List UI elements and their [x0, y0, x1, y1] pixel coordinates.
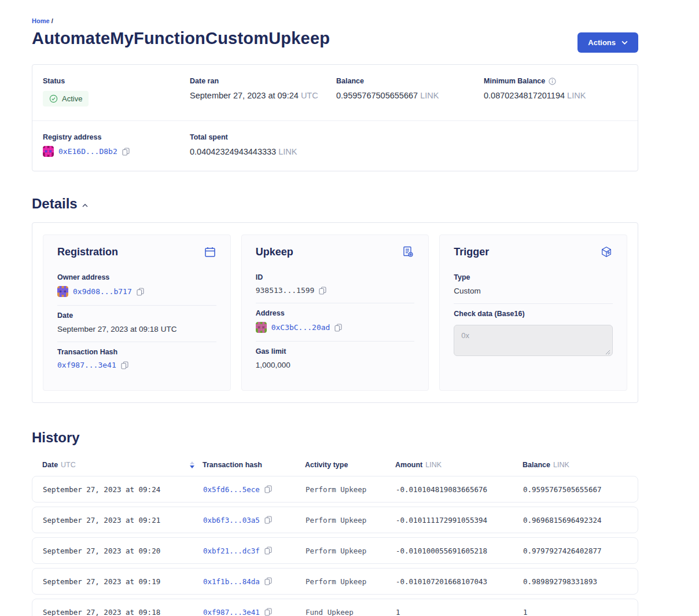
row-amount: 1	[396, 608, 523, 616]
copy-icon[interactable]	[122, 148, 130, 156]
sort-arrows-icon	[190, 461, 194, 468]
upkeep-card: Upkeep ID 938513...1599 Address 0xC3bC..…	[241, 234, 429, 391]
copy-icon[interactable]	[264, 485, 272, 493]
trigger-title: Trigger	[454, 246, 489, 258]
date-ran-value: September 27, 2023 at 09:24	[190, 91, 299, 100]
registry-label: Registry address	[43, 133, 190, 141]
details-container: Registration Owner address 0x9d08...b717…	[32, 222, 638, 403]
summary-date-ran: Date ran September 27, 2023 at 09:24 UTC	[190, 77, 336, 107]
info-icon[interactable]	[549, 78, 556, 85]
balance-value: 0.9595767505655667	[336, 91, 418, 100]
copy-icon[interactable]	[264, 608, 272, 616]
column-date-unit: UTC	[61, 461, 76, 469]
row-activity-type: Perform Upkeep	[306, 577, 396, 586]
copy-icon[interactable]	[264, 547, 272, 555]
copy-icon[interactable]	[319, 287, 326, 295]
row-amount: -0.010107201668107043	[396, 577, 523, 586]
table-row: September 27, 2023 at 09:18 0xf987...3e4…	[32, 599, 638, 616]
copy-icon[interactable]	[121, 361, 128, 369]
owner-address-group: Owner address 0x9d08...b717	[57, 267, 216, 305]
min-balance-label: Minimum Balance	[484, 77, 545, 85]
row-activity-type: Fund Upkeep	[306, 608, 396, 616]
row-balance: 1	[523, 608, 638, 616]
status-label: Status	[43, 77, 190, 85]
transaction-hash-group: Transaction Hash 0xf987...3e41	[57, 342, 216, 377]
trigger-card: Trigger Type Custom Check data (Base16)	[439, 234, 627, 391]
upkeep-identicon	[256, 322, 267, 333]
registration-date-value: September 27, 2023 at 09:18 UTC	[57, 325, 216, 333]
upkeep-id-value: 938513...1599	[256, 286, 315, 295]
row-date: September 27, 2023 at 09:20	[43, 547, 203, 555]
history-heading: History	[32, 430, 638, 446]
transaction-hash-label: Transaction Hash	[57, 348, 216, 356]
row-tx-hash-link[interactable]: 0xf987...3e41	[203, 608, 260, 616]
gas-limit-label: Gas limit	[256, 347, 415, 355]
breadcrumb-home-link[interactable]: Home	[32, 17, 50, 24]
balance-label: Balance	[336, 77, 484, 85]
row-balance: 0.9797927426402877	[523, 547, 638, 555]
check-data-input[interactable]	[454, 325, 613, 356]
copy-icon[interactable]	[137, 288, 144, 296]
chevron-up-icon	[82, 204, 88, 207]
column-amount-unit: LINK	[425, 461, 442, 469]
title-row: AutomateMyFunctionCustomUpkeep Actions	[32, 29, 638, 53]
date-ran-label: Date ran	[190, 77, 336, 85]
breadcrumb: Home /	[32, 17, 638, 24]
table-row: September 27, 2023 at 09:24 0x5fd6...5ec…	[32, 476, 638, 503]
column-date-label: Date	[42, 461, 58, 469]
copy-icon[interactable]	[334, 324, 342, 332]
status-badge: Active	[43, 91, 89, 107]
summary-balance: Balance 0.9595767505655667 LINK	[336, 77, 484, 107]
row-tx-hash-link[interactable]: 0x5fd6...5ece	[203, 485, 260, 494]
owner-identicon	[57, 286, 68, 297]
history-table-body: September 27, 2023 at 09:24 0x5fd6...5ec…	[32, 476, 638, 616]
column-tx-hash: Transaction hash	[203, 461, 305, 469]
registry-address-link[interactable]: 0xE16D...D8b2	[58, 147, 117, 156]
gas-limit-group: Gas limit 1,000,000	[256, 341, 415, 377]
row-tx-hash-link[interactable]: 0xb6f3...03a5	[203, 516, 260, 525]
summary-min-balance: Minimum Balance 0.0870234817201194 LINK	[484, 77, 627, 107]
row-amount: -0.010104819083665676	[396, 485, 523, 494]
row-date: September 27, 2023 at 09:21	[43, 516, 203, 525]
upkeep-address-group: Address 0xC3bC...20ad	[256, 303, 415, 341]
column-balance-label: Balance	[523, 461, 550, 469]
copy-icon[interactable]	[264, 516, 272, 524]
page: Home / AutomateMyFunctionCustomUpkeep Ac…	[32, 17, 638, 616]
table-row: September 27, 2023 at 09:20 0xbf21...dc3…	[32, 537, 638, 564]
registration-date-label: Date	[57, 311, 216, 320]
actions-button[interactable]: Actions	[577, 32, 638, 53]
summary-card: Status Active Date ran September 27, 202…	[32, 64, 638, 171]
row-balance: 0.9595767505655667	[523, 485, 638, 494]
total-spent-label: Total spent	[190, 133, 336, 141]
column-date-sort[interactable]: DateUTC	[42, 461, 203, 469]
row-activity-type: Perform Upkeep	[306, 485, 396, 494]
cube-icon	[600, 245, 613, 258]
upkeep-address-link[interactable]: 0xC3bC...20ad	[271, 323, 330, 332]
resize-grip-icon[interactable]	[605, 350, 610, 355]
row-balance: 0.989892798331893	[523, 577, 638, 586]
row-tx-hash-link[interactable]: 0xbf21...dc3f	[203, 547, 260, 555]
registry-identicon	[43, 146, 54, 157]
history-table-header: DateUTC Transaction hash Activity type A…	[32, 461, 638, 476]
details-toggle[interactable]: Details	[32, 196, 638, 212]
table-row: September 27, 2023 at 09:21 0xb6f3...03a…	[32, 507, 638, 533]
breadcrumb-separator: /	[51, 17, 53, 24]
chevron-down-icon	[621, 41, 628, 45]
total-spent-unit: LINK	[278, 147, 297, 156]
summary-status: Status Active	[43, 77, 190, 107]
row-amount: -0.010111172991055394	[396, 516, 523, 525]
transaction-hash-link[interactable]: 0xf987...3e41	[57, 361, 116, 369]
registration-date-group: Date September 27, 2023 at 09:18 UTC	[57, 305, 216, 342]
trigger-type-value: Custom	[454, 287, 613, 295]
actions-button-label: Actions	[588, 38, 616, 47]
owner-address-link[interactable]: 0x9d08...b717	[73, 287, 132, 296]
upkeep-title: Upkeep	[256, 246, 293, 258]
owner-address-label: Owner address	[57, 273, 216, 281]
column-amount-label: Amount	[395, 461, 422, 469]
column-balance-unit: LINK	[553, 461, 569, 469]
row-tx-hash-link[interactable]: 0x1f1b...84da	[203, 577, 260, 586]
row-date: September 27, 2023 at 09:24	[43, 485, 203, 494]
upkeep-id-label: ID	[256, 273, 415, 281]
registration-title: Registration	[57, 246, 118, 258]
copy-icon[interactable]	[264, 577, 272, 585]
